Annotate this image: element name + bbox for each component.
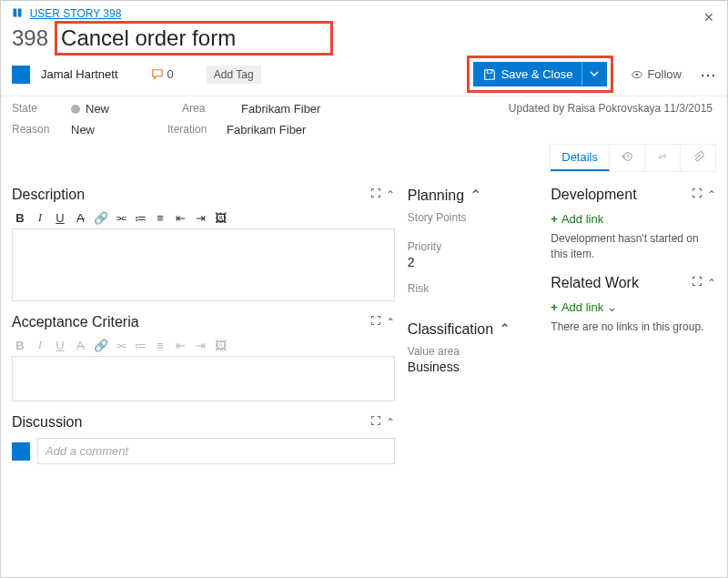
save-dropdown-button[interactable] xyxy=(581,63,606,86)
section-description-title: Description xyxy=(12,187,85,203)
updated-by-text: Updated by Raisa Pokrovskaya 11/3/2015 xyxy=(509,102,716,116)
indent-icon[interactable]: ⇥ xyxy=(194,211,207,225)
add-related-link[interactable]: +Add link ⌄ xyxy=(551,300,616,314)
attachment-icon xyxy=(692,150,704,163)
bold-icon[interactable]: B xyxy=(14,211,26,225)
risk-label: Risk xyxy=(408,282,538,295)
breadcrumb[interactable]: USER STORY 398 xyxy=(30,7,122,20)
italic-icon[interactable]: I xyxy=(34,210,46,225)
area-label: Area xyxy=(182,102,241,116)
state-value[interactable]: New xyxy=(71,102,109,116)
fullscreen-icon[interactable] xyxy=(693,188,702,198)
close-icon[interactable]: ✕ xyxy=(703,10,714,25)
svg-point-4 xyxy=(636,73,639,76)
reason-label: Reason xyxy=(12,123,71,137)
eye-icon xyxy=(631,68,643,81)
value-area-label: Value area xyxy=(408,345,538,358)
tab-details[interactable]: Details xyxy=(551,145,610,171)
underline-icon[interactable]: U xyxy=(54,211,66,225)
fullscreen-icon[interactable] xyxy=(371,416,380,425)
area-value[interactable]: Fabrikam Fiber xyxy=(241,102,320,116)
assignee-name[interactable]: Jamal Hartnett xyxy=(41,67,118,81)
section-discussion-title: Discussion xyxy=(12,414,82,431)
story-points-label: Story Points xyxy=(408,211,538,224)
fullscreen-icon[interactable] xyxy=(371,188,380,198)
fullscreen-icon[interactable] xyxy=(371,316,380,325)
collapse-icon[interactable]: ⌃ xyxy=(386,416,395,429)
tab-bar: Details xyxy=(550,144,716,172)
section-classification-title: Classification xyxy=(408,321,493,338)
tab-attachments[interactable] xyxy=(681,145,715,171)
collapse-icon[interactable]: ⌃ xyxy=(386,188,395,201)
collapse-icon[interactable]: ⌃ xyxy=(707,277,716,289)
more-menu-button[interactable]: ⋯ xyxy=(700,65,716,85)
link-icon xyxy=(656,150,669,163)
numbered-icon[interactable]: ≡ xyxy=(154,211,167,225)
comment-icon xyxy=(151,68,164,81)
section-related-title: Related Work xyxy=(551,275,639,291)
avatar xyxy=(12,66,30,84)
user-story-icon xyxy=(12,7,23,18)
section-development-title: Development xyxy=(551,187,636,203)
chevron-down-icon: ⌄ xyxy=(607,300,617,314)
tab-links[interactable] xyxy=(645,145,681,171)
title-input[interactable] xyxy=(57,24,330,53)
image-icon[interactable]: 🖼 xyxy=(214,211,227,225)
svg-rect-0 xyxy=(14,9,17,17)
add-development-link[interactable]: +Add link xyxy=(551,212,603,226)
section-acceptance-title: Acceptance Criteria xyxy=(12,314,139,330)
outdent-icon[interactable]: ⇤ xyxy=(174,211,187,225)
collapse-icon[interactable]: ⌃ xyxy=(707,188,716,201)
acceptance-toolbar: BIUA̶🔗⫘≔≡⇤⇥🖼 xyxy=(12,334,395,356)
priority-value[interactable]: 2 xyxy=(408,255,538,269)
iteration-label: Iteration xyxy=(167,123,227,137)
save-icon xyxy=(483,68,496,81)
chevron-down-icon xyxy=(590,69,599,78)
add-tag-button[interactable]: Add Tag xyxy=(207,66,261,84)
priority-label: Priority xyxy=(408,240,538,253)
collapse-icon[interactable]: ⌃ xyxy=(499,320,511,338)
history-icon xyxy=(621,150,633,163)
tab-history[interactable] xyxy=(610,145,645,171)
section-planning-title: Planning xyxy=(408,188,464,204)
clear-format-icon[interactable]: A̶ xyxy=(74,211,86,225)
follow-button[interactable]: Follow xyxy=(631,67,682,81)
description-toolbar: B I U A̶ 🔗 ⫘ ≔ ≡ ⇤ ⇥ 🖼 xyxy=(12,207,395,228)
bullets-icon[interactable]: ≔ xyxy=(134,211,147,225)
iteration-value[interactable]: Fabrikam Fiber xyxy=(227,123,306,137)
state-label: State xyxy=(12,102,71,116)
acceptance-editor[interactable] xyxy=(12,356,395,401)
reason-value[interactable]: New xyxy=(71,123,95,137)
development-empty-text: Development hasn't started on this item. xyxy=(551,231,716,262)
related-empty-text: There are no links in this group. xyxy=(551,319,716,335)
value-area-value[interactable]: Business xyxy=(408,360,538,374)
svg-rect-1 xyxy=(18,9,22,17)
fullscreen-icon[interactable] xyxy=(693,277,702,286)
collapse-icon[interactable]: ⌃ xyxy=(470,187,481,204)
comment-count[interactable]: 0 xyxy=(151,67,174,81)
save-close-button[interactable]: Save & Close xyxy=(474,63,582,86)
link-icon[interactable]: 🔗 xyxy=(94,211,106,225)
avatar xyxy=(12,442,30,461)
collapse-icon[interactable]: ⌃ xyxy=(386,316,395,329)
work-item-id: 398 xyxy=(12,25,48,51)
comment-input[interactable]: Add a comment xyxy=(37,438,395,464)
unlink-icon[interactable]: ⫘ xyxy=(114,211,126,225)
description-editor[interactable] xyxy=(12,228,395,301)
